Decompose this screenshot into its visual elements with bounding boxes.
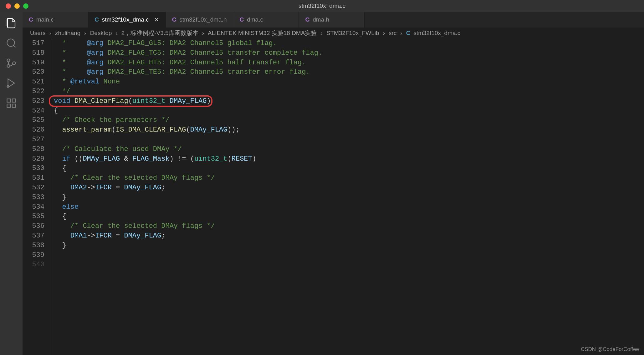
tab-stm32f10x_dma-c[interactable]: Cstm32f10x_dma.c✕ — [88, 12, 166, 28]
code-line[interactable]: } — [54, 193, 644, 202]
minimize-window-button[interactable] — [14, 3, 20, 9]
close-window-button[interactable] — [6, 3, 11, 9]
code-line[interactable]: * @arg DMA2_FLAG_GL5: DMA2 Channel5 glob… — [54, 39, 644, 48]
close-tab-icon[interactable]: ✕ — [154, 16, 159, 23]
source-control-icon[interactable] — [6, 58, 17, 69]
tab-label: main.c — [36, 16, 54, 23]
code-line[interactable]: assert_param(IS_DMA_CLEAR_FLAG(DMAy_FLAG… — [54, 125, 644, 135]
line-number: 517 — [23, 39, 44, 48]
explorer-icon[interactable] — [6, 18, 17, 29]
line-number: 522 — [23, 87, 44, 97]
code-line[interactable]: /* Clear the selected DMAy flags */ — [54, 173, 644, 183]
line-number: 538 — [23, 241, 44, 251]
indent-guide — [51, 39, 51, 355]
c-file-icon: C — [239, 16, 244, 23]
code-line[interactable]: * @retval None — [54, 77, 644, 87]
code-line[interactable]: } — [54, 241, 644, 251]
breadcrumb-segment[interactable]: src — [389, 30, 396, 37]
line-number-gutter: 5175185195205215225235245255265275285295… — [23, 39, 51, 355]
line-number: 519 — [23, 58, 44, 68]
main-area: Cmain.cCstm32f10x_dma.c✕Cstm32f10x_dma.h… — [0, 12, 644, 355]
code-line[interactable]: * @arg DMA2_FLAG_TE5: DMA2 Channel5 tran… — [54, 68, 644, 77]
code-line[interactable]: */ — [54, 87, 644, 97]
breadcrumb-segment[interactable]: ALIENTEK MINISTM32 实验18 DMA实验 — [208, 29, 317, 37]
svg-rect-10 — [12, 99, 16, 102]
svg-point-0 — [7, 39, 15, 47]
window-title: stm32f10x_dma.c — [299, 2, 345, 9]
svg-rect-8 — [7, 104, 11, 108]
line-number: 527 — [23, 135, 44, 145]
line-number: 535 — [23, 212, 44, 222]
line-number: 521 — [23, 77, 44, 87]
code-line[interactable]: { — [54, 212, 644, 222]
svg-rect-7 — [7, 99, 11, 102]
line-number: 531 — [23, 173, 44, 183]
tab-dma-h[interactable]: Cdma.h — [299, 12, 365, 28]
breadcrumb-segment[interactable]: STM32F10x_FWLib — [326, 30, 379, 37]
chevron-right-icon: › — [200, 30, 207, 37]
line-number: 526 — [23, 125, 44, 135]
svg-point-2 — [7, 59, 10, 62]
c-file-icon: C — [406, 30, 411, 37]
maximize-window-button[interactable] — [23, 3, 28, 9]
line-number: 540 — [23, 260, 44, 270]
line-number: 529 — [23, 154, 44, 164]
line-number: 523 — [23, 97, 44, 106]
code-line[interactable] — [54, 251, 644, 260]
code-content[interactable]: * @arg DMA2_FLAG_GL5: DMA2 Channel5 glob… — [51, 39, 644, 355]
line-number: 530 — [23, 164, 44, 173]
code-line[interactable]: /* Clear the selected DMAy flags */ — [54, 222, 644, 231]
watermark: CSDN @CodeForCoffee — [581, 346, 639, 352]
code-line[interactable]: * @arg DMA2_FLAG_HT5: DMA2 Channel5 half… — [54, 58, 644, 68]
line-number: 525 — [23, 116, 44, 125]
chevron-right-icon: › — [113, 30, 120, 37]
code-line[interactable]: /* Check the parameters */ — [54, 116, 644, 125]
svg-line-1 — [13, 45, 16, 48]
c-file-icon: C — [172, 16, 176, 23]
tab-label: dma.h — [313, 16, 329, 23]
tab-label: stm32f10x_dma.h — [179, 16, 227, 23]
titlebar: stm32f10x_dma.c — [0, 0, 644, 12]
breadcrumb-file[interactable]: stm32f10x_dma.c — [413, 30, 460, 37]
tab-bar: Cmain.cCstm32f10x_dma.c✕Cstm32f10x_dma.h… — [23, 12, 644, 28]
code-line[interactable]: else — [54, 202, 644, 212]
code-editor[interactable]: 5175185195205215225235245255265275285295… — [23, 39, 644, 355]
activity-bar — [0, 12, 23, 355]
extensions-icon[interactable] — [6, 98, 17, 109]
code-line[interactable]: { — [54, 164, 644, 173]
c-file-icon: C — [29, 16, 33, 23]
search-icon[interactable] — [6, 38, 17, 49]
line-number: 539 — [23, 251, 44, 260]
code-line[interactable]: * @arg DMA2_FLAG_TC5: DMA2 Channel5 tran… — [54, 48, 644, 58]
run-debug-icon[interactable] — [6, 78, 17, 89]
chevron-right-icon: › — [398, 30, 405, 37]
breadcrumb[interactable]: Users›zhulihang›Desktop›2，标准例程-V3.5库函数版本… — [23, 28, 644, 39]
breadcrumb-segment[interactable]: zhulihang — [55, 30, 80, 37]
tab-dma-c[interactable]: Cdma.c — [233, 12, 299, 28]
breadcrumb-segment[interactable]: Desktop — [90, 30, 112, 37]
line-number: 532 — [23, 183, 44, 193]
svg-point-3 — [7, 65, 10, 68]
line-number: 536 — [23, 222, 44, 231]
code-line[interactable]: if ((DMAy_FLAG & FLAG_Mask) != (uint32_t… — [54, 154, 644, 164]
code-line[interactable]: void DMA_ClearFlag(uint32_t DMAy_FLAG) — [54, 97, 644, 106]
breadcrumb-segment[interactable]: 2，标准例程-V3.5库函数版本 — [121, 29, 198, 37]
tab-label: dma.c — [247, 16, 263, 23]
c-file-icon: C — [95, 16, 99, 23]
code-line[interactable] — [54, 135, 644, 145]
breadcrumb-segment[interactable]: Users — [30, 30, 46, 37]
svg-rect-9 — [12, 104, 16, 108]
tab-stm32f10x_dma-h[interactable]: Cstm32f10x_dma.h — [166, 12, 233, 28]
chevron-right-icon: › — [82, 30, 89, 37]
chevron-right-icon: › — [381, 30, 387, 37]
tab-main-c[interactable]: Cmain.c — [23, 12, 88, 28]
line-number: 537 — [23, 231, 44, 241]
code-line[interactable]: DMA1->IFCR = DMAy_FLAG; — [54, 231, 644, 241]
code-line[interactable]: /* Calculate the used DMAy */ — [54, 145, 644, 154]
c-file-icon: C — [305, 16, 309, 23]
line-number: 534 — [23, 202, 44, 212]
line-number: 518 — [23, 48, 44, 58]
code-line[interactable]: { — [54, 106, 644, 116]
code-line[interactable]: DMA2->IFCR = DMAy_FLAG; — [54, 183, 644, 193]
line-number: 524 — [23, 106, 44, 116]
